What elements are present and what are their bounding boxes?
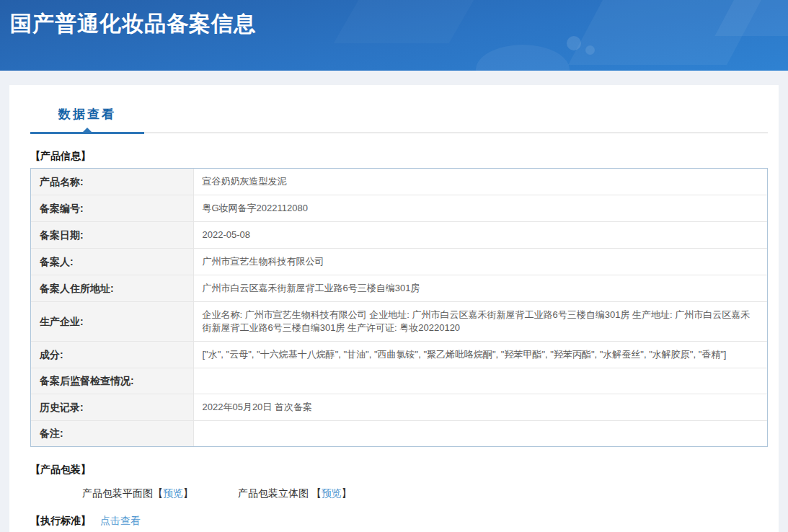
packaging-row: 产品包装平面图【预览】 产品包装立体图 【预览】	[82, 487, 768, 500]
table-row: 备案日期: 2022-05-08	[31, 222, 767, 249]
packaging-flat-image-item: 产品包装平面图【预览】	[82, 487, 193, 500]
row-value: 2022-05-08	[193, 222, 767, 249]
table-row: 备案人: 广州市宣艺生物科技有限公司	[31, 249, 767, 275]
row-value: 2022年05月20日 首次备案	[193, 394, 767, 421]
tab-bar: 数据查看	[30, 105, 768, 133]
row-value: 宣谷奶奶灰造型发泥	[193, 169, 767, 195]
banner-decoration	[334, 0, 474, 43]
main-content: 【产品信息】 产品名称: 宣谷奶奶灰造型发泥 备案编号: 粤G妆网备字20221…	[9, 150, 779, 532]
row-value: 广州市白云区嘉禾街新屋背工业路6号三楼自编301房	[193, 275, 767, 302]
bracket: 【	[311, 487, 322, 499]
banner-decoration	[567, 36, 581, 50]
table-row: 备案后监督检查情况:	[31, 368, 767, 394]
row-label: 备案日期:	[31, 222, 193, 249]
tab-data-view[interactable]: 数据查看	[30, 106, 144, 134]
bracket: 】	[183, 487, 193, 499]
table-row: 备注:	[31, 421, 767, 447]
product-info-table: 产品名称: 宣谷奶奶灰造型发泥 备案编号: 粤G妆网备字2022112080 备…	[30, 168, 768, 447]
execution-standard-view-link[interactable]: 点击查看	[100, 515, 141, 526]
bracket: 【	[153, 487, 163, 499]
row-value	[193, 368, 767, 394]
content-card: 数据查看 【产品信息】 产品名称: 宣谷奶奶灰造型发泥 备案编号: 粤G妆网备字…	[9, 85, 779, 532]
table-row: 历史记录: 2022年05月20日 首次备案	[31, 394, 767, 421]
section-title-packaging: 【产品包装】	[30, 464, 768, 476]
row-value: 广州市宣艺生物科技有限公司	[193, 249, 767, 275]
row-label: 备案人:	[31, 249, 193, 275]
tab-data-view-label: 数据查看	[58, 107, 116, 121]
packaging-flat-image-label: 产品包装平面图	[82, 487, 153, 499]
table-row: 产品名称: 宣谷奶奶灰造型发泥	[31, 169, 767, 195]
bracket: 】	[342, 487, 352, 499]
packaging-3d-image-label: 产品包装立体图	[238, 487, 311, 499]
packaging-flat-preview-link[interactable]: 预览	[163, 487, 183, 499]
execution-standard-row: 【执行标准】点击查看	[30, 515, 768, 528]
row-value	[193, 421, 767, 447]
row-label: 产品名称:	[31, 169, 193, 195]
banner-decoration	[476, 45, 570, 71]
table-row: 备案人住所地址: 广州市白云区嘉禾街新屋背工业路6号三楼自编301房	[31, 275, 767, 302]
row-label: 历史记录:	[31, 394, 193, 421]
banner-decoration	[585, 45, 595, 55]
row-label: 成分:	[31, 342, 193, 368]
page-header-banner: 国产普通化妆品备案信息	[0, 0, 788, 71]
row-value: ["水", "云母", "十六烷基十八烷醇", "甘油", "西曲氯铵", "聚…	[193, 342, 767, 368]
row-label: 备案人住所地址:	[31, 275, 193, 302]
row-label: 备案后监督检查情况:	[31, 368, 193, 394]
row-label: 备注:	[31, 421, 193, 447]
section-title-product-info: 【产品信息】	[30, 150, 768, 163]
row-value: 企业名称: 广州市宣艺生物科技有限公司 企业地址: 广州市白云区嘉禾街新屋背工业…	[193, 302, 767, 342]
page-title: 国产普通化妆品备案信息	[10, 9, 256, 39]
table-row: 备案编号: 粤G妆网备字2022112080	[31, 195, 767, 222]
packaging-3d-preview-link[interactable]: 预览	[322, 487, 342, 499]
table-row: 成分: ["水", "云母", "十六烷基十八烷醇", "甘油", "西曲氯铵"…	[31, 342, 767, 368]
packaging-3d-image-item: 产品包装立体图 【预览】	[238, 487, 352, 500]
table-row: 生产企业: 企业名称: 广州市宣艺生物科技有限公司 企业地址: 广州市白云区嘉禾…	[31, 302, 767, 342]
section-title-execution-standard: 【执行标准】	[30, 515, 91, 526]
row-label: 备案编号:	[31, 195, 193, 222]
tab-active-arrow-icon	[83, 128, 92, 132]
row-label: 生产企业:	[31, 302, 193, 342]
row-value: 粤G妆网备字2022112080	[193, 195, 767, 222]
